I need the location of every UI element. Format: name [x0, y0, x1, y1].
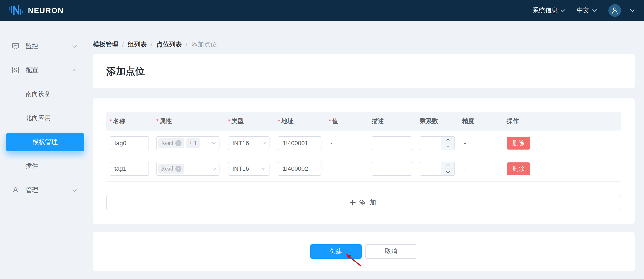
- app-root: NEURON 系统信息 中文: [0, 0, 644, 279]
- stepper-decrease-button[interactable]: [441, 144, 454, 150]
- breadcrumb: 模板管理 / 组列表 / 点位列表 / 添加点位: [93, 40, 217, 49]
- header-type: *类型: [225, 117, 274, 125]
- sidebar-label-configuration: 配置: [26, 66, 38, 74]
- caret-up-icon: [446, 164, 450, 168]
- caret-down-icon: [446, 170, 450, 173]
- top-navbar: NEURON 系统信息 中文: [0, 0, 644, 21]
- breadcrumb-separator: /: [122, 41, 124, 48]
- required-marker: *: [329, 118, 331, 125]
- value-placeholder: -: [329, 165, 332, 172]
- sidebar-item-administration[interactable]: 管理: [0, 178, 87, 202]
- sidebar-item-monitoring[interactable]: 监控: [0, 34, 87, 58]
- delete-button[interactable]: 删除: [507, 137, 530, 150]
- stepper-decrease-button[interactable]: [441, 169, 454, 175]
- required-marker: *: [228, 118, 230, 125]
- breadcrumb-tag-list[interactable]: 点位列表: [156, 40, 182, 49]
- tag-close-icon[interactable]: [175, 140, 182, 146]
- tag-close-icon[interactable]: [175, 166, 182, 172]
- chevron-down-icon: [212, 166, 216, 170]
- sidebar-item-template-management-active[interactable]: 模板管理: [6, 133, 84, 151]
- breadcrumb-separator: /: [186, 41, 187, 48]
- address-input[interactable]: [278, 162, 322, 176]
- chevron-down-icon: [262, 140, 266, 144]
- chevron-down-icon: [592, 7, 597, 12]
- table-header-row: *名称 *属性 *类型 *地址 *值 描述 乘系数 精度 操作: [106, 112, 621, 130]
- system-info-label: 系统信息: [532, 6, 558, 15]
- caret-up-icon: [446, 139, 450, 142]
- caret-down-icon: [446, 144, 450, 148]
- header-address: *地址: [274, 117, 326, 125]
- type-select[interactable]: INT16: [228, 162, 270, 176]
- navbar-right: 系统信息 中文: [532, 4, 634, 17]
- sidebar-label-plugins: 插件: [26, 162, 38, 170]
- sidebar-item-plugins[interactable]: 插件: [0, 154, 87, 178]
- footer-actions-card: 创建 取消: [93, 232, 634, 271]
- required-marker: *: [110, 118, 112, 125]
- stepper-increase-button[interactable]: [441, 162, 454, 169]
- description-input[interactable]: [372, 136, 412, 150]
- neuron-logo-icon: [9, 4, 24, 16]
- sidebar: 监控 配置 南向设备 北向应用 模板管理 插件: [0, 21, 87, 279]
- sidebar-label-monitoring: 监控: [26, 42, 38, 50]
- breadcrumb-group-list[interactable]: 组列表: [128, 40, 147, 49]
- brand: NEURON: [9, 4, 64, 16]
- account-dropdown[interactable]: [631, 10, 634, 11]
- header-operation: 操作: [503, 117, 621, 125]
- attribute-tags: Read + 1: [158, 138, 200, 148]
- sidebar-label-administration: 管理: [26, 186, 38, 194]
- table-row: Read + 1 INT16 -: [106, 130, 621, 156]
- attribute-more-tag: + 1: [186, 138, 200, 148]
- multiplier-stepper: [420, 162, 455, 176]
- precision-placeholder: -: [462, 140, 466, 147]
- breadcrumb-template-management[interactable]: 模板管理: [93, 40, 118, 49]
- multiplier-stepper: [420, 136, 455, 150]
- chevron-down-icon: [262, 166, 266, 170]
- monitor-icon: [12, 42, 20, 50]
- create-button[interactable]: 创建: [310, 244, 362, 259]
- breadcrumb-current: 添加点位: [191, 40, 217, 49]
- user-avatar-icon: [610, 6, 619, 15]
- description-input[interactable]: [372, 162, 412, 176]
- sidebar-item-south-devices[interactable]: 南向设备: [0, 82, 87, 106]
- language-label: 中文: [577, 6, 590, 15]
- breadcrumb-separator: /: [151, 41, 152, 48]
- delete-button[interactable]: 删除: [507, 162, 530, 175]
- sidebar-label-south-devices: 南向设备: [26, 90, 51, 98]
- header-name: *名称: [106, 117, 153, 125]
- chevron-down-icon: [630, 7, 634, 12]
- address-input[interactable]: [278, 136, 322, 150]
- sidebar-label-north-apps: 北向应用: [26, 114, 51, 122]
- cancel-button[interactable]: 取消: [365, 244, 417, 259]
- chevron-down-icon: [212, 140, 216, 144]
- name-input[interactable]: [110, 162, 149, 176]
- precision-placeholder: -: [462, 165, 466, 172]
- header-value: *值: [326, 117, 368, 125]
- sliders-icon: [12, 66, 20, 74]
- attribute-tag: Read: [158, 164, 184, 174]
- person-icon: [12, 186, 20, 194]
- multiplier-input[interactable]: [420, 162, 441, 175]
- sidebar-item-north-apps[interactable]: 北向应用: [0, 106, 87, 130]
- header-multiplier: 乘系数: [416, 117, 459, 125]
- user-avatar[interactable]: [608, 4, 621, 17]
- attribute-tags: Read: [158, 164, 184, 174]
- tag-form-card: *名称 *属性 *类型 *地址 *值 描述 乘系数 精度 操作 Read: [93, 98, 634, 224]
- plus-icon: [350, 200, 356, 206]
- attribute-tag: Read: [158, 138, 184, 148]
- sidebar-item-configuration[interactable]: 配置: [0, 58, 87, 82]
- type-select[interactable]: INT16: [228, 136, 270, 150]
- sidebar-label-template-management: 模板管理: [32, 138, 58, 146]
- attribute-select[interactable]: Read: [156, 162, 220, 176]
- multiplier-input[interactable]: [420, 137, 441, 150]
- language-dropdown[interactable]: 中文: [577, 6, 596, 15]
- chevron-down-icon: [72, 188, 76, 192]
- table-row: Read INT16 -: [106, 156, 621, 182]
- attribute-select[interactable]: Read + 1: [156, 136, 220, 150]
- stepper-increase-button[interactable]: [441, 137, 454, 144]
- name-input[interactable]: [110, 136, 149, 150]
- chevron-down-icon: [72, 44, 76, 47]
- value-placeholder: -: [329, 140, 332, 147]
- system-info-dropdown[interactable]: 系统信息: [532, 6, 564, 15]
- add-tag-button[interactable]: 添 加: [106, 195, 621, 210]
- chevron-up-icon: [72, 69, 76, 73]
